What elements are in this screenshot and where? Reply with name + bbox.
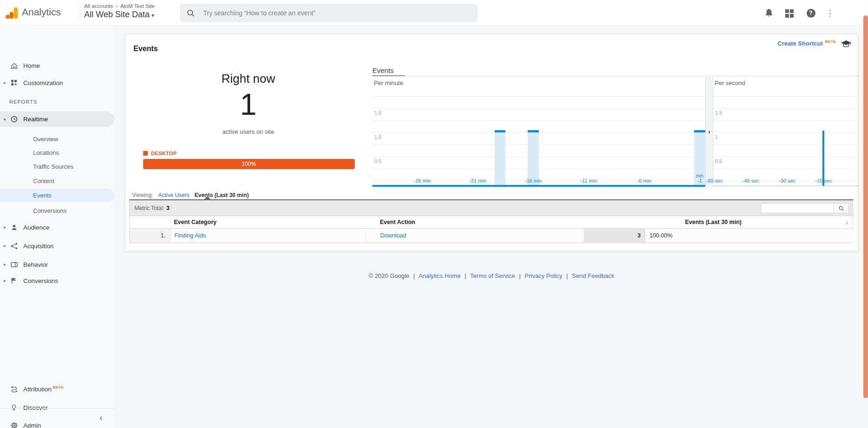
sidebar-item-traffic-sources[interactable]: Traffic Sources (0, 160, 114, 173)
x-tick-label: -16 min (525, 178, 542, 184)
sidebar-item-home[interactable]: Home (0, 59, 114, 72)
x-tick-label: -15 sec (815, 178, 832, 184)
event-bar (528, 130, 539, 185)
tab-active-users[interactable]: Active Users (158, 192, 189, 198)
footer-link-privacy[interactable]: Privacy Policy (525, 272, 563, 279)
graduation-cap-icon[interactable] (841, 40, 851, 47)
sidebar-item-label: Realtime (23, 116, 48, 123)
viewing-tabs: Viewing: Active Users Events (Last 30 mi… (132, 192, 249, 198)
more-options-icon[interactable]: ⋮ (824, 7, 836, 19)
sidebar-item-acquisition[interactable]: ▸ Acquisition (0, 239, 114, 253)
scrollbar-thumb[interactable] (863, 15, 868, 398)
grid-line (372, 108, 705, 109)
sidebar-item-discover[interactable]: Discover (0, 401, 114, 415)
sidebar-item-label: Admin (23, 422, 41, 428)
reports-section-label: REPORTS (9, 99, 37, 105)
footer-separator: | (413, 272, 415, 279)
sidebar-item-customization[interactable]: ▸ Customization (0, 76, 114, 90)
grid-line (372, 157, 705, 157)
help-icon[interactable]: ? (805, 7, 817, 19)
product-name: Analytics (22, 7, 61, 18)
sidebar-item-events[interactable]: Events (0, 189, 114, 202)
left-sidebar: Home ▸ Customization REPORTS ▾ (0, 26, 114, 428)
table-row: 1. Finding Aids Download 3 100.00% (130, 229, 853, 243)
beta-badge: BETA (825, 40, 836, 44)
sidebar-item-conversions-realtime[interactable]: Conversions (0, 204, 114, 217)
search-icon (838, 205, 844, 211)
footer-link-terms[interactable]: Terms of Service (470, 272, 515, 279)
search-input[interactable] (203, 9, 464, 17)
event-bar (495, 130, 506, 185)
x-tick-label: -11 min (580, 178, 597, 184)
grid-line (713, 120, 859, 121)
collapse-sidebar-icon[interactable]: ‹ (99, 412, 103, 423)
page-footer: © 2020 Google | Analytics Home | Terms o… (125, 272, 858, 279)
sidebar-item-conversions[interactable]: ▸ Conversions (0, 274, 114, 288)
expand-icon: ▸ (4, 80, 6, 85)
sidebar-item-realtime[interactable]: ▾ Realtime (0, 112, 114, 127)
analytics-logo-icon[interactable] (5, 6, 19, 20)
column-header-event-action[interactable]: Event Action (380, 219, 415, 225)
breadcrumb: All accounts › AtoM Test Site (84, 3, 155, 9)
expand-icon: ▸ (4, 244, 6, 248)
x-tick-label: -26 min (414, 178, 431, 184)
grid-line (372, 145, 705, 145)
property-name: All Web Site Data (84, 10, 150, 19)
desktop-legend-label: DESKTOP (151, 151, 177, 156)
sidebar-divider (0, 408, 114, 408)
create-shortcut-button[interactable]: Create Shortcut (777, 40, 823, 47)
device-legend: DESKTOP (143, 151, 177, 156)
table-header-row: Event Category Event Action Events (Last… (130, 216, 853, 229)
sidebar-item-label: Behavior (23, 261, 48, 268)
footer-link-feedback[interactable]: Send Feedback (572, 272, 614, 279)
notifications-bell-icon[interactable] (763, 7, 775, 19)
column-header-event-category[interactable]: Event Category (174, 219, 217, 225)
page-title: Events (133, 45, 158, 53)
per-minute-label: Per minute (374, 79, 403, 86)
event-category-link[interactable]: Finding Aids (174, 232, 206, 239)
sidebar-item-label: Acquisition (23, 243, 53, 250)
sidebar-item-overview[interactable]: Overview (0, 132, 114, 146)
y-tick-label: 1 (715, 134, 718, 140)
expand-icon: ▸ (4, 225, 6, 230)
breadcrumb-site[interactable]: AtoM Test Site (120, 3, 155, 9)
apps-grid-icon[interactable] (783, 7, 795, 19)
collapse-icon: ▾ (4, 117, 6, 122)
row-rank: 1. (130, 229, 171, 243)
sidebar-item-behavior[interactable]: ▸ Behavior (0, 257, 114, 271)
events-table: Metric Total: 3 Event Category (129, 200, 853, 243)
row-events-percent: 100.00% (645, 229, 854, 243)
sidebar-item-locations[interactable]: Locations (0, 146, 114, 159)
y-tick-label: 1.0 (374, 134, 381, 140)
metric-total-bar: Metric Total: 3 (130, 200, 853, 216)
event-action-link[interactable]: Download (380, 232, 406, 239)
table-search-button[interactable] (834, 203, 849, 213)
sidebar-item-audience[interactable]: ▸ Audience (0, 220, 114, 234)
per-second-chart: 0.511.5-60 sec-45 sec-30 sec-15 sec (713, 79, 859, 187)
grid-line (713, 145, 859, 145)
chart-title-divider (372, 76, 859, 76)
analytics-app: Analytics All accounts › AtoM Test Site … (0, 0, 868, 428)
clock-icon (10, 115, 18, 124)
breadcrumb-accounts[interactable]: All accounts (84, 3, 113, 9)
person-icon (10, 223, 18, 231)
chart-split-handle[interactable]: › (705, 77, 713, 187)
desktop-legend-swatch (143, 151, 148, 156)
x-axis-line (372, 185, 705, 187)
expand-icon: ▸ (4, 278, 6, 283)
footer-link-analytics-home[interactable]: Analytics Home (418, 272, 460, 279)
sidebar-item-label: Audience (23, 224, 49, 231)
chart-title: Events (372, 66, 394, 74)
column-header-events[interactable]: Events (Last 30 min) (685, 219, 742, 225)
sidebar-item-label: AttributionBETA (23, 385, 64, 393)
x-tick-label: -60 sec (706, 178, 723, 184)
property-selector[interactable]: All Web Site Data▾ (84, 10, 155, 20)
sidebar-item-attribution[interactable]: AttributionBETA (0, 382, 114, 396)
table-search-input[interactable] (761, 203, 834, 213)
chevron-down-icon: ▾ (152, 12, 154, 19)
sidebar-item-content[interactable]: Content (0, 174, 114, 188)
tab-events-last-30-min[interactable]: Events (Last 30 min) (195, 192, 249, 198)
sidebar-item-admin[interactable]: Admin (0, 418, 114, 428)
sort-descending-icon[interactable]: ↓ (846, 218, 849, 225)
home-icon (10, 61, 18, 70)
